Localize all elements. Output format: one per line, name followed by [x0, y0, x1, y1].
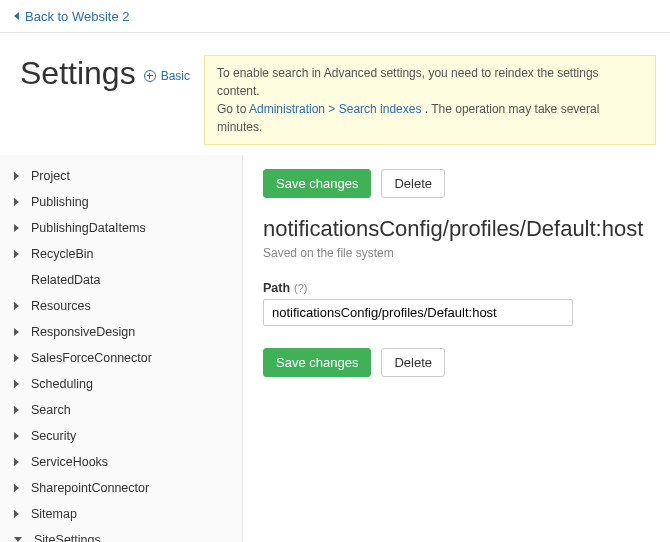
setting-subheading: Saved on the file system [263, 246, 650, 260]
tree-item[interactable]: SiteSettings [0, 527, 242, 543]
action-row-bottom: Save changes Delete [263, 348, 650, 377]
save-button[interactable]: Save changes [263, 169, 371, 198]
chevron-right-icon [14, 354, 19, 362]
tree-item[interactable]: PublishingDataItems [0, 215, 242, 241]
tree-item-label: SiteSettings [30, 531, 105, 543]
settings-sidebar: ProjectPublishingPublishingDataItemsRecy… [0, 155, 243, 543]
page-title: Settings [20, 55, 136, 92]
tree-item[interactable]: ServiceHooks [0, 449, 242, 475]
chevron-right-icon [14, 406, 19, 414]
chevron-right-icon [14, 224, 19, 232]
tree-item-label: RelatedData [27, 271, 105, 289]
chevron-right-icon [14, 328, 19, 336]
tree-item-label: Search [27, 401, 75, 419]
action-row-top: Save changes Delete [263, 169, 650, 198]
tree-item-label: Publishing [27, 193, 93, 211]
main-panel: Save changes Delete notificationsConfig/… [243, 155, 670, 543]
chevron-right-icon [14, 198, 19, 206]
plus-circle-icon [144, 70, 156, 82]
tree-item[interactable]: SharepointConnector [0, 475, 242, 501]
tree-item-label: Project [27, 167, 74, 185]
tree-item-label: Scheduling [27, 375, 97, 393]
help-icon[interactable]: (?) [294, 282, 307, 294]
tree-item-label: PublishingDataItems [27, 219, 150, 237]
tree-item-label: ResponsiveDesign [27, 323, 139, 341]
tree-item[interactable]: SalesForceConnector [0, 345, 242, 371]
tree-item[interactable]: Sitemap [0, 501, 242, 527]
tree-item-label: SharepointConnector [27, 479, 153, 497]
chevron-right-icon [14, 432, 19, 440]
top-bar: Back to Website 2 [0, 0, 670, 33]
settings-tree: ProjectPublishingPublishingDataItemsRecy… [0, 163, 242, 543]
tree-item[interactable]: Security [0, 423, 242, 449]
tree-item[interactable]: Resources [0, 293, 242, 319]
tree-item-label: Resources [27, 297, 95, 315]
save-button-bottom[interactable]: Save changes [263, 348, 371, 377]
title-group: Settings Basic [20, 55, 190, 92]
content: ProjectPublishingPublishingDataItemsRecy… [0, 155, 670, 543]
tree-item[interactable]: ResponsiveDesign [0, 319, 242, 345]
tree-item-label: ServiceHooks [27, 453, 112, 471]
tree-item-label: Sitemap [27, 505, 81, 523]
chevron-right-icon [14, 380, 19, 388]
setting-heading: notificationsConfig/profiles/Default:hos… [263, 216, 650, 242]
chevron-left-icon [14, 12, 19, 20]
basic-link[interactable]: Basic [144, 69, 190, 83]
tree-item[interactable]: RecycleBin [0, 241, 242, 267]
tree-item[interactable]: RelatedData [0, 267, 242, 293]
tree-item[interactable]: Publishing [0, 189, 242, 215]
delete-button-bottom[interactable]: Delete [381, 348, 445, 377]
chevron-right-icon [14, 172, 19, 180]
path-label: Path (?) [263, 281, 308, 295]
path-input[interactable] [263, 299, 573, 326]
chevron-right-icon [14, 458, 19, 466]
reindex-notice: To enable search in Advanced settings, y… [204, 55, 656, 145]
tree-item[interactable]: Search [0, 397, 242, 423]
tree-item-label: SalesForceConnector [27, 349, 156, 367]
basic-link-label: Basic [161, 69, 190, 83]
back-link[interactable]: Back to Website 2 [14, 9, 130, 24]
tree-item-label: Security [27, 427, 80, 445]
path-label-text: Path [263, 281, 290, 295]
delete-button[interactable]: Delete [381, 169, 445, 198]
caret-spacer [14, 276, 19, 284]
chevron-right-icon [14, 250, 19, 258]
chevron-right-icon [14, 302, 19, 310]
tree-item[interactable]: Scheduling [0, 371, 242, 397]
back-link-label: Back to Website 2 [25, 9, 130, 24]
chevron-right-icon [14, 510, 19, 518]
notice-link[interactable]: Administration > Search indexes [249, 102, 421, 116]
tree-item-label: RecycleBin [27, 245, 98, 263]
notice-line2-prefix: Go to [217, 102, 249, 116]
header-row: Settings Basic To enable search in Advan… [0, 33, 670, 155]
chevron-right-icon [14, 484, 19, 492]
tree-item[interactable]: Project [0, 163, 242, 189]
notice-line1: To enable search in Advanced settings, y… [217, 66, 599, 98]
chevron-down-icon [14, 537, 22, 542]
